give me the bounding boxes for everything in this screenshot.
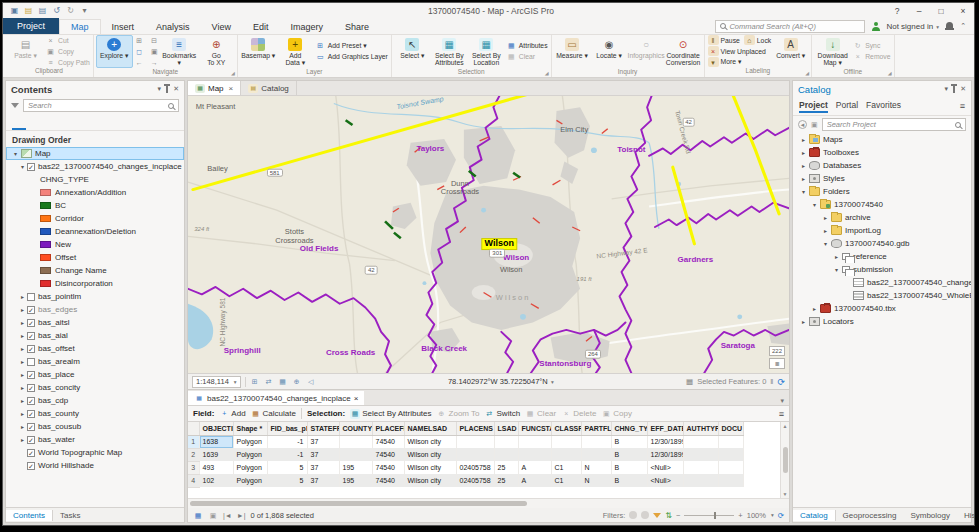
row-number[interactable]: 1 [188,435,199,448]
expander-icon[interactable]: ▾ [810,201,819,208]
layer-checkbox[interactable]: ✓ [27,397,35,405]
map-scale-select[interactable]: 1:148,114 ▾ [192,376,241,388]
table-cell[interactable] [683,448,718,461]
expander-icon[interactable]: ▾ [18,163,27,170]
history-icon[interactable]: ▣ [811,121,818,128]
pane-menu-icon[interactable]: ▾ [945,85,949,93]
column-header[interactable]: PLACEFP [372,422,404,435]
nav-forward-button[interactable]: → [149,57,160,67]
catalog-item[interactable]: ▸Databases [793,159,971,172]
dialog-launcher-icon[interactable]: ◢ [231,70,235,76]
table-cell[interactable]: -1 [267,435,307,448]
layer-checkbox[interactable] [27,358,35,366]
grid-icon[interactable]: ▦ [278,377,288,387]
column-header[interactable]: FUNCSTAT [518,422,551,435]
table-cell[interactable] [339,448,372,461]
map-overlay-badge[interactable]: 222 [769,346,785,356]
layer-item[interactable]: ▸✓bas_concity [6,381,184,394]
catalog-item[interactable]: ▸13700074540.tbx [793,302,971,315]
measure-button[interactable]: ▭Measure ▾ [554,35,591,68]
column-header[interactable]: AUTHTYPE [683,422,718,435]
table-cell[interactable]: 25 [494,461,518,474]
catalog-search-input[interactable] [827,120,952,129]
pin-icon[interactable] [166,86,168,93]
layer-item[interactable]: ▸✓bas_aial [6,329,184,342]
coordinate-conversion-button[interactable]: ⊙Coordinate Conversion [665,35,702,68]
sound-icon[interactable]: ◁ [306,377,316,387]
row-number[interactable]: 4 [188,474,199,487]
table-cell[interactable]: 195 [339,461,372,474]
refresh-icon[interactable]: ⟳ [778,511,784,520]
bookmarks-button[interactable]: ≡Bookmarks ▾ [161,35,198,68]
view-tab-catalog[interactable]: ▤Catalog [241,81,297,95]
close-icon[interactable]: × [229,84,234,93]
pane-menu-icon[interactable]: ▾ [158,85,162,93]
expander-icon[interactable]: ▸ [832,253,841,260]
column-header[interactable]: PLACENS [456,422,494,435]
table-cell[interactable] [718,474,743,487]
catalog-item[interactable]: ▾Folders [793,185,971,198]
table-cell[interactable]: B [611,461,647,474]
undo-icon[interactable]: ↺ [51,5,62,16]
first-record-icon[interactable]: |◄ [223,512,232,519]
pin-icon[interactable] [953,86,955,93]
ribbon-tab-view[interactable]: View [201,20,242,34]
table-cell[interactable] [683,435,718,448]
layer-checkbox[interactable]: ✓ [27,384,35,392]
menu-icon[interactable]: ≡ [960,101,965,111]
table-row[interactable]: 3493Polygon53719574540Wilson city0240575… [188,461,743,474]
table-cell[interactable]: 74540 [372,448,404,461]
catalog-item[interactable]: ▸reference [793,250,971,263]
expander-icon[interactable]: ▾ [821,240,830,247]
layer-checkbox[interactable]: ✓ [27,423,35,431]
catalog-tab-favorites[interactable]: Favorites [866,99,901,113]
table-cell[interactable]: 74540 [372,461,404,474]
layer-item[interactable]: ▸bas_pointlm [6,290,184,303]
table-cell[interactable] [494,448,518,461]
layer-item[interactable]: ▸✓bas_water [6,433,184,446]
dialog-launcher-icon[interactable]: ◢ [545,70,549,76]
explore-button[interactable]: +Explore ▾ [96,35,133,68]
expander-icon[interactable]: ▸ [18,410,27,417]
legend-item[interactable]: Deannexation/Deletion [6,225,184,238]
list-by-labeling-icon[interactable] [102,116,116,130]
table-cell[interactable]: N [581,461,611,474]
expander-icon[interactable]: ▸ [799,318,808,325]
expander-icon[interactable]: ▾ [832,266,841,273]
layer-item[interactable]: ▸✓bas_offset [6,342,184,355]
basemap-button[interactable]: Basemap ▾ [240,35,277,68]
nav-full-extent-button[interactable]: ◻ [134,46,145,56]
add-preset-button[interactable]: ⊞Add Preset ▾ [315,41,367,51]
expander-icon[interactable]: ▸ [18,319,27,326]
list-by-selection-icon[interactable] [48,116,62,130]
funnel-icon[interactable] [653,513,661,518]
pane-tab-history[interactable]: History [957,510,975,521]
close-icon[interactable]: ✕ [173,85,179,93]
nav-fixed-zoom-out-button[interactable]: ⊟ [149,35,160,45]
ribbon-tab-project[interactable]: Project [3,18,59,34]
last-record-icon[interactable]: ►| [237,512,246,519]
view-tab-map[interactable]: ▦Map× [188,81,241,95]
table-cell[interactable] [718,435,743,448]
command-search[interactable] [715,20,865,33]
clear-button[interactable]: ▦Clear [506,52,535,62]
command-search-input[interactable] [729,22,860,31]
list-by-charts-icon[interactable] [120,116,134,130]
column-header[interactable]: CHNG_TYPE [611,422,647,435]
table-cell[interactable]: 102 [199,474,233,487]
ribbon-tab-edit[interactable]: Edit [242,20,280,34]
table-cell[interactable]: Polygon [233,461,267,474]
table-cell[interactable] [494,435,518,448]
layer-checkbox[interactable]: ✓ [27,449,35,457]
table-cell[interactable]: 12/30/1899 [647,435,683,448]
map-canvas[interactable] [188,96,789,373]
table-cell[interactable]: Wilson city [404,435,456,448]
form-view-icon[interactable]: ▣ [208,510,218,520]
expander-icon[interactable]: ▸ [18,436,27,443]
column-header[interactable]: OBJECTID * [199,422,233,435]
contents-search-input[interactable] [28,101,165,110]
table-cell[interactable]: -1 [267,448,307,461]
layer-item[interactable]: ▸✓bas_cdp [6,394,184,407]
column-header[interactable]: PARTFLG [581,422,611,435]
table-cell[interactable] [683,474,718,487]
